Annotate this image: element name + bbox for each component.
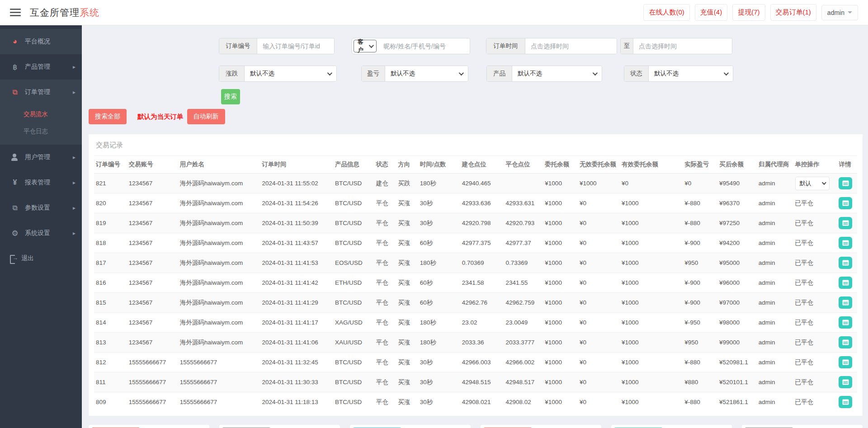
detail-button[interactable]	[839, 316, 852, 329]
orders-icon	[9, 88, 21, 96]
cell-status: 建仓	[374, 174, 396, 193]
cell-product: BTC/USD	[333, 213, 374, 233]
cell-agent: admin	[757, 174, 793, 193]
header-badge[interactable]: 提现(7)	[732, 4, 765, 21]
order-no-input[interactable]	[257, 38, 334, 54]
detail-button[interactable]	[839, 217, 852, 229]
detail-button[interactable]	[839, 396, 852, 408]
sidebar-item-产品管理[interactable]: 产品管理▸	[0, 54, 82, 80]
cell-product: BTC/USD	[333, 392, 374, 412]
search-button[interactable]: 搜索	[221, 89, 240, 104]
profit-select[interactable]: 默认不选	[385, 66, 468, 81]
detail-button[interactable]	[839, 197, 852, 209]
cell-product: BTC/USD	[333, 174, 374, 193]
header-badge[interactable]: 在线人数(0)	[643, 4, 689, 21]
cell-user-name: 海外源码haiwaiym.com	[178, 213, 260, 233]
cell-detail	[837, 273, 857, 293]
product-select[interactable]: 默认不选	[512, 66, 602, 81]
cell-open-point: 42933.636	[460, 193, 504, 213]
sidebar-subitem-交易流水[interactable]: 交易流水	[0, 106, 82, 123]
sidebar-item-平台概况[interactable]: 平台概况	[0, 29, 82, 54]
stat-card: 有效金额¥11000	[481, 425, 601, 428]
sidebar-item-退出[interactable]: 退出	[0, 246, 82, 271]
customer-group: 客户	[352, 38, 470, 54]
detail-button[interactable]	[839, 237, 852, 249]
order-control-select[interactable]: 默认	[795, 177, 830, 190]
menu-toggle-icon[interactable]	[10, 9, 21, 16]
cell-actual-profit: ¥-880	[683, 353, 717, 372]
updown-label: 涨跌	[219, 66, 245, 81]
cell-product: BTC/USD	[333, 193, 374, 213]
cell-entrust-balance: ¥1000	[543, 353, 578, 372]
column-header: 单控操作	[793, 156, 837, 174]
cell-valid-entrust: ¥1000	[620, 313, 683, 333]
cell-actual-profit: ¥950	[683, 253, 717, 273]
detail-button[interactable]	[839, 277, 852, 289]
cell-after-balance: ¥95000	[717, 253, 757, 273]
detail-button[interactable]	[839, 376, 852, 388]
sidebar-submenu: 交易流水平仓日志	[0, 105, 82, 145]
cell-order-control: 已平仓	[793, 392, 837, 412]
cell-actual-profit: ¥950	[683, 333, 717, 353]
user-dropdown[interactable]: admin	[821, 5, 858, 20]
updown-value: 默认不选	[250, 70, 274, 78]
sidebar-subitem-平仓日志[interactable]: 平仓日志	[0, 123, 82, 140]
cell-user-name: 15555666677	[178, 353, 260, 372]
cell-entrust-balance: ¥1000	[543, 253, 578, 273]
sidebar-item-用户管理[interactable]: 用户管理▸	[0, 145, 82, 170]
cell-close-point: 42962.759	[504, 293, 543, 313]
cell-order-time: 2024-01-31 11:32:45	[260, 353, 333, 372]
cell-duration: 30秒	[418, 213, 460, 233]
detail-button[interactable]	[839, 257, 852, 269]
detail-button[interactable]	[839, 336, 852, 348]
cell-account: 1234567	[127, 233, 178, 253]
cell-open-point: 23.02	[460, 313, 504, 333]
cell-valid-entrust: ¥0	[620, 174, 683, 193]
sidebar-item-系统设置[interactable]: 系统设置▸	[0, 221, 82, 246]
detail-button[interactable]	[839, 356, 852, 368]
header-badge[interactable]: 交易订单(1)	[770, 4, 816, 21]
user-name: admin	[827, 9, 844, 16]
cell-detail	[837, 213, 857, 233]
header-badge[interactable]: 充值(4)	[695, 4, 727, 21]
cell-order-time: 2024-01-31 11:30:33	[260, 372, 333, 392]
cell-open-point: 42966.003	[460, 353, 504, 372]
cell-close-point: 2033.3777	[504, 333, 543, 353]
customer-input[interactable]	[378, 38, 470, 54]
cell-user-name: 海外源码haiwaiym.com	[178, 253, 260, 273]
sidebar-item-订单管理[interactable]: 订单管理▸	[0, 80, 82, 105]
cell-status: 平仓	[374, 213, 396, 233]
cell-user-name: 海外源码haiwaiym.com	[178, 273, 260, 293]
cell-entrust-balance: ¥1000	[543, 392, 578, 412]
cell-invalid-entrust: ¥0	[578, 253, 620, 273]
cell-after-balance: ¥521861.1	[717, 392, 757, 412]
cell-after-balance: ¥97250	[717, 213, 757, 233]
status-select[interactable]: 默认不选	[649, 66, 733, 81]
cell-actual-profit: ¥880	[683, 372, 717, 392]
cell-account: 1234567	[127, 253, 178, 273]
cell-invalid-entrust: ¥0	[578, 233, 620, 253]
sidebar-item-参数设置[interactable]: 参数设置▸	[0, 195, 82, 221]
logout-icon	[9, 255, 17, 262]
cell-account: 15555666677	[127, 392, 178, 412]
detail-button[interactable]	[839, 177, 852, 189]
time-from-input[interactable]	[525, 38, 617, 54]
cell-valid-entrust: ¥1000	[620, 353, 683, 372]
cell-direction: 买跌	[396, 174, 418, 193]
search-all-button[interactable]: 搜索全部	[89, 109, 127, 124]
sidebar-item-label: 用户管理	[25, 153, 50, 161]
auto-refresh-button[interactable]: 自动刷新	[187, 109, 225, 124]
cell-entrust-balance: ¥1000	[543, 372, 578, 392]
column-header: 状态	[374, 156, 396, 174]
detail-button[interactable]	[839, 296, 852, 309]
chevron-down-icon	[821, 180, 826, 185]
product-value: 默认不选	[518, 70, 542, 78]
cell-entrust-balance: ¥1000	[543, 333, 578, 353]
cell-user-name: 海外源码haiwaiym.com	[178, 233, 260, 253]
column-header: 委托余额	[543, 156, 578, 174]
updown-select[interactable]: 默认不选	[245, 66, 336, 81]
customer-type-select[interactable]: 客户	[354, 40, 377, 52]
cell-valid-entrust: ¥1000	[620, 273, 683, 293]
time-to-input[interactable]	[633, 38, 732, 54]
sidebar-item-报表管理[interactable]: 报表管理▸	[0, 170, 82, 195]
